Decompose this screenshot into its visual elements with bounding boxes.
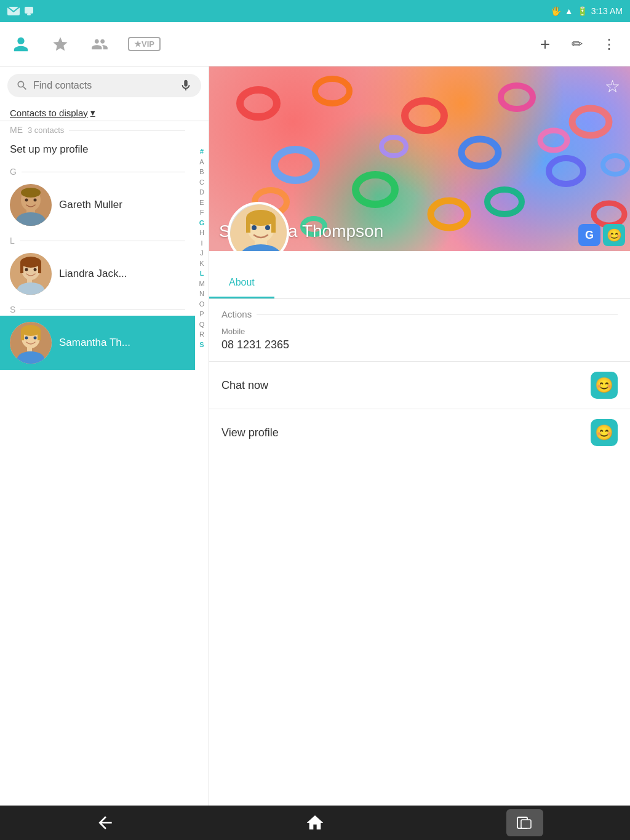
svg-point-8 (25, 199, 28, 202)
alpha-c[interactable]: C (199, 177, 204, 188)
svg-rect-48 (246, 218, 250, 233)
svg-point-12 (20, 257, 41, 268)
status-left (7, 6, 34, 17)
alpha-s[interactable]: S (199, 340, 204, 350)
nav-tabs: ★VIP (10, 33, 161, 55)
recents-button[interactable] (506, 809, 543, 836)
samantha-name: Samantha Th... (59, 337, 130, 349)
setup-profile-item[interactable]: Set up my profile (0, 136, 195, 163)
chat-now-icon: 😊 (591, 372, 618, 399)
alpha-b[interactable]: B (199, 167, 204, 177)
tab-groups[interactable] (89, 33, 111, 55)
gareth-avatar (10, 184, 52, 226)
svg-point-47 (246, 210, 276, 226)
alpha-h[interactable]: H (199, 228, 204, 238)
svg-point-9 (34, 199, 37, 202)
alpha-hash[interactable]: # (200, 146, 204, 157)
svg-rect-14 (38, 262, 41, 273)
search-input[interactable] (33, 80, 174, 91)
svg-point-5 (21, 188, 41, 198)
status-right: 🖐 ▲ 🔋 3:13 AM (551, 6, 623, 16)
svg-point-18 (34, 268, 37, 271)
setup-profile-label: Set up my profile (10, 143, 89, 155)
actions-section: Actions (209, 299, 630, 327)
filter-label: Contacts to display (10, 108, 88, 118)
contacts-filter[interactable]: Contacts to display ▾ (0, 102, 209, 121)
alpha-e[interactable]: E (199, 198, 204, 208)
mobile-number: 08 1231 2365 (209, 336, 630, 361)
alpha-j[interactable]: J (200, 248, 204, 258)
alpha-f[interactable]: F (200, 207, 204, 218)
status-bar: 🖐 ▲ 🔋 3:13 AM (0, 0, 630, 22)
section-g: G (0, 163, 195, 178)
svg-rect-2 (27, 14, 31, 15)
alpha-k[interactable]: K (199, 258, 204, 269)
contact-samantha[interactable]: Samantha Th... (0, 316, 195, 370)
svg-rect-24 (27, 346, 32, 351)
svg-point-53 (265, 225, 270, 230)
alpha-i[interactable]: I (201, 238, 202, 249)
chat-now-label: Chat now (221, 379, 268, 392)
more-menu-button[interactable]: ⋮ (598, 33, 620, 55)
alpha-m[interactable]: M (199, 279, 204, 289)
home-button[interactable] (297, 809, 333, 836)
tab-contacts[interactable] (10, 33, 32, 55)
tab-favorites[interactable] (49, 33, 71, 55)
alpha-r[interactable]: R (199, 329, 204, 340)
edit-button[interactable]: ✏ (566, 33, 588, 55)
svg-rect-13 (20, 262, 23, 273)
contacts-list: ME 3 contacts Set up my profile G (0, 121, 209, 806)
chat-now-row[interactable]: Chat now 😊 (209, 361, 630, 409)
liandra-name: Liandra Jack... (59, 268, 127, 280)
alpha-q[interactable]: Q (199, 319, 205, 330)
section-me: ME 3 contacts (0, 121, 195, 136)
view-profile-row[interactable]: View profile 😊 (209, 409, 630, 456)
right-panel: Samantha Thompson ☆ (209, 66, 630, 806)
back-button[interactable] (87, 809, 124, 836)
about-tab-bar: About (209, 268, 630, 299)
status-time: 3:13 AM (591, 6, 623, 16)
notification-icon (23, 6, 34, 17)
svg-rect-22 (21, 330, 24, 340)
svg-rect-55 (521, 820, 531, 828)
profile-badges: G 😊 (578, 224, 625, 246)
bottom-nav (0, 806, 630, 840)
svg-point-27 (34, 337, 37, 340)
contact-liandra[interactable]: Liandra Jack... (0, 247, 195, 301)
top-nav: ★VIP + ✏ ⋮ (0, 22, 630, 66)
alpha-n[interactable]: N (199, 289, 204, 299)
add-contact-button[interactable]: + (534, 33, 556, 55)
svg-rect-23 (38, 330, 41, 340)
main-layout: Contacts to display ▾ # A B C D E F G H … (0, 66, 630, 806)
contact-gareth[interactable]: Gareth Muller (0, 178, 195, 232)
mail-icon (7, 7, 20, 15)
profile-header: Samantha Thompson ☆ (209, 66, 630, 251)
alpha-d[interactable]: D (199, 187, 204, 198)
search-input-wrap[interactable] (7, 74, 201, 97)
svg-point-26 (25, 337, 28, 340)
tab-vip[interactable]: ★VIP (128, 37, 161, 51)
alphabet-index: # A B C D E F G H I J K L M N O P Q R S (195, 146, 209, 350)
svg-rect-49 (271, 218, 276, 233)
view-profile-icon: 😊 (591, 419, 618, 446)
favorite-star-button[interactable]: ☆ (605, 76, 620, 97)
liandra-avatar (10, 253, 52, 295)
alpha-o[interactable]: O (199, 299, 205, 310)
chevron-down-icon: ▾ (90, 107, 95, 118)
tab-about[interactable]: About (209, 268, 274, 298)
section-s: S (0, 301, 195, 316)
mobile-label: Mobile (209, 327, 630, 336)
svg-point-17 (25, 268, 28, 271)
view-profile-label: View profile (221, 426, 279, 439)
actions-header: Actions (221, 309, 618, 319)
alpha-a[interactable]: A (199, 157, 204, 167)
sidebar: Contacts to display ▾ # A B C D E F G H … (0, 66, 209, 806)
google-badge: G (578, 224, 600, 246)
nav-actions: + ✏ ⋮ (534, 33, 620, 55)
mic-icon[interactable] (179, 79, 193, 92)
section-l: L (0, 232, 195, 247)
alpha-p[interactable]: P (199, 309, 204, 319)
hand-icon: 🖐 (551, 6, 561, 16)
alpha-g[interactable]: G (199, 218, 205, 228)
alpha-l[interactable]: L (200, 268, 204, 279)
